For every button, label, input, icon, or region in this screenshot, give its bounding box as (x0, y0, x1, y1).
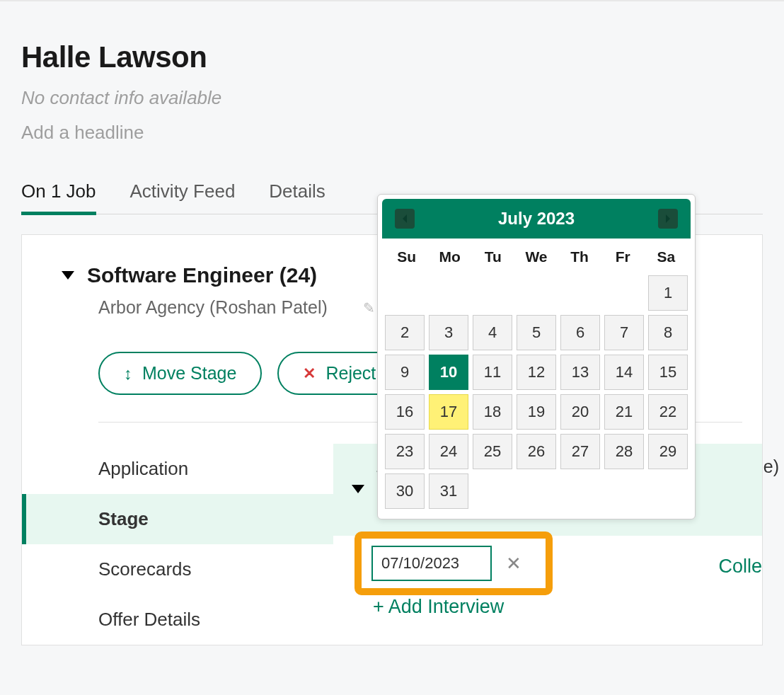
datepicker-day-cell[interactable]: 28 (604, 434, 644, 469)
add-headline-link[interactable]: Add a headline (21, 122, 144, 144)
move-stage-icon: ↕ (124, 364, 132, 384)
candidate-name: Halle Lawson (21, 40, 763, 74)
datepicker-dow-cell: Fr (601, 248, 645, 265)
datepicker-dow-cell: Th (558, 248, 601, 265)
add-interview-link[interactable]: + Add Interview (373, 596, 504, 618)
datepicker-dow-cell: We (514, 248, 558, 265)
reject-x-icon: ✕ (303, 364, 316, 383)
stage-sidebar: Application Stage Scorecards Offer Detai… (22, 423, 333, 645)
datepicker-day-cell[interactable]: 5 (517, 315, 556, 350)
datepicker-next-button[interactable] (658, 209, 678, 229)
datepicker-dow-cell: Su (385, 248, 428, 265)
sidebar-item-application[interactable]: Application (22, 444, 333, 494)
tab-on-job[interactable]: On 1 Job (21, 180, 96, 214)
datepicker-day-cell[interactable]: 20 (560, 394, 600, 430)
datepicker-dow-row: SuMoTuWeThFrSa (378, 243, 695, 275)
datepicker-day-cell[interactable]: 10 (429, 355, 468, 390)
sidebar-item-stage[interactable]: Stage (22, 494, 333, 544)
datepicker-day-cell[interactable]: 7 (604, 315, 644, 350)
datepicker-day-cell[interactable]: 17 (429, 394, 468, 430)
stage-date-highlight: ✕ (354, 532, 553, 595)
datepicker-dow-cell: Sa (645, 248, 688, 265)
svg-marker-1 (666, 214, 670, 223)
datepicker-day-cell[interactable]: 21 (604, 394, 644, 430)
datepicker-day-cell[interactable]: 30 (385, 473, 425, 509)
datepicker-day-cell[interactable]: 29 (648, 434, 688, 469)
sidebar-item-scorecards[interactable]: Scorecards (22, 544, 333, 595)
datepicker-day-cell[interactable]: 4 (473, 315, 512, 350)
datepicker-day-cell[interactable]: 12 (517, 355, 556, 390)
tab-details[interactable]: Details (269, 180, 325, 214)
datepicker-day-cell[interactable]: 2 (385, 315, 425, 350)
datepicker-day-cell[interactable]: 31 (429, 473, 468, 509)
datepicker-day-cell[interactable]: 15 (648, 355, 688, 390)
datepicker-day-cell[interactable]: 16 (385, 394, 425, 430)
sidebar-item-offer-details[interactable]: Offer Details (22, 595, 333, 645)
datepicker-day-cell[interactable]: 22 (648, 394, 688, 430)
job-agency-line: Arbor Agency (Roshan Patel) (98, 297, 328, 318)
stage-date-input[interactable] (371, 546, 492, 581)
datepicker-day-cell[interactable]: 24 (429, 434, 468, 469)
tab-activity-feed[interactable]: Activity Feed (130, 180, 236, 214)
datepicker-day-cell[interactable]: 6 (560, 315, 600, 350)
collect-feedback-link[interactable]: Colle (718, 556, 762, 578)
datepicker-day-cell[interactable]: 25 (473, 434, 512, 469)
job-title: Software Engineer (24) (87, 263, 317, 287)
move-stage-label: Move Stage (142, 363, 236, 384)
datepicker-day-cell[interactable]: 18 (473, 394, 512, 430)
caret-down-icon[interactable] (352, 485, 364, 493)
datepicker-month-label: July 2023 (498, 209, 575, 229)
datepicker-day-cell[interactable]: 8 (648, 315, 688, 350)
reject-label: Reject (325, 363, 376, 384)
close-icon[interactable]: ✕ (506, 553, 521, 575)
datepicker-dow-cell: Mo (428, 248, 471, 265)
datepicker-day-cell[interactable]: 11 (473, 355, 512, 390)
datepicker: July 2023 SuMoTuWeThFrSa 123456789101112… (377, 194, 696, 519)
datepicker-day-cell[interactable]: 19 (517, 394, 556, 430)
datepicker-day-cell[interactable]: 9 (385, 355, 425, 390)
contact-info: No contact info available (21, 87, 763, 109)
caret-down-icon[interactable] (62, 271, 74, 280)
datepicker-day-cell[interactable]: 27 (560, 434, 600, 469)
datepicker-day-cell[interactable]: 1 (648, 275, 688, 311)
stage-row-right-label: e) (763, 456, 779, 477)
move-stage-button[interactable]: ↕ Move Stage (98, 352, 262, 395)
svg-marker-0 (403, 214, 407, 223)
datepicker-dow-cell: Tu (471, 248, 514, 265)
datepicker-day-cell[interactable]: 13 (560, 355, 600, 390)
datepicker-grid: 1234567891011121314151617181920212223242… (378, 275, 695, 519)
datepicker-day-cell[interactable]: 23 (385, 434, 425, 469)
pencil-icon[interactable]: ✎ (363, 299, 375, 316)
datepicker-prev-button[interactable] (395, 209, 415, 229)
datepicker-day-cell[interactable]: 14 (604, 355, 644, 390)
datepicker-day-cell[interactable]: 26 (517, 434, 556, 469)
datepicker-day-cell[interactable]: 3 (429, 315, 468, 350)
